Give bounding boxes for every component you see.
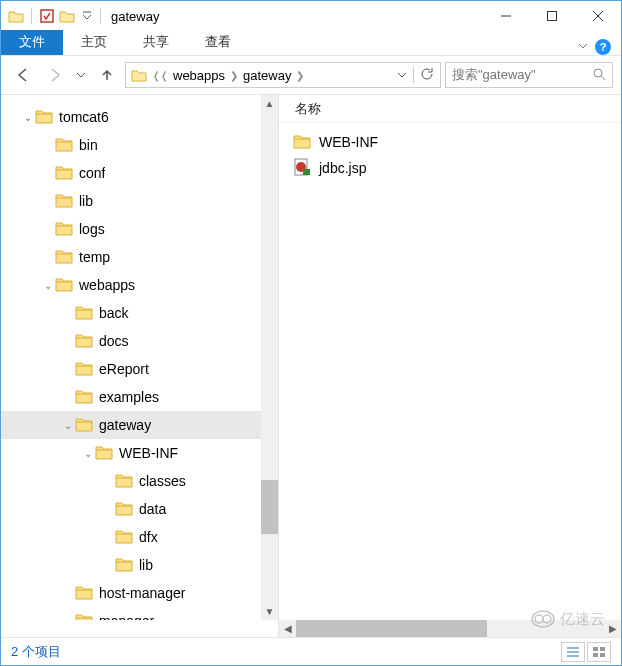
tree-node[interactable]: temp [1, 243, 278, 271]
tree-node-label: gateway [99, 417, 151, 433]
scroll-left-icon[interactable]: ◀ [279, 620, 296, 637]
twisty-icon[interactable]: ⌄ [61, 420, 75, 431]
ribbon-expand-icon[interactable] [577, 40, 589, 55]
breadcrumb[interactable]: webapps [170, 68, 228, 83]
separator [413, 67, 414, 83]
chevron-right-icon[interactable]: ❯ [294, 70, 306, 81]
breadcrumb[interactable]: gateway [240, 68, 294, 83]
new-folder-icon[interactable] [58, 5, 76, 27]
window-controls [483, 1, 621, 31]
close-button[interactable] [575, 1, 621, 31]
tree-node[interactable]: logs [1, 215, 278, 243]
tree-node-label: docs [99, 333, 129, 349]
tree-node[interactable]: conf [1, 159, 278, 187]
back-button[interactable] [9, 62, 37, 88]
folder-icon [7, 5, 25, 27]
up-button[interactable] [93, 62, 121, 88]
column-header-name[interactable]: 名称 [279, 95, 621, 123]
properties-icon[interactable] [38, 5, 56, 27]
quick-access-toolbar [7, 5, 96, 27]
tree-node-label: eReport [99, 361, 149, 377]
twisty-icon[interactable]: ⌄ [21, 112, 35, 123]
refresh-icon[interactable] [420, 67, 434, 84]
tree-node-label: dfx [139, 529, 158, 545]
scroll-up-icon[interactable]: ▲ [261, 95, 278, 112]
help-icon[interactable]: ? [595, 39, 611, 55]
tree-node[interactable]: manager [1, 607, 278, 620]
folder-icon [128, 64, 150, 86]
folder-icon [75, 360, 93, 378]
tree-node[interactable]: ⌄WEB-INF [1, 439, 278, 467]
tree-node[interactable]: docs [1, 327, 278, 355]
separator [100, 8, 101, 24]
tree-node[interactable]: bin [1, 131, 278, 159]
ribbon-tabs: 文件 主页 共享 查看 ? [1, 31, 621, 56]
tree-node-label: host-manager [99, 585, 185, 601]
scroll-thumb[interactable] [261, 480, 278, 534]
tree-scrollbar[interactable]: ▲ ▼ [261, 95, 278, 620]
folder-icon [75, 416, 93, 434]
twisty-icon[interactable]: ⌄ [41, 280, 55, 291]
tab-file[interactable]: 文件 [1, 30, 63, 55]
recent-locations-button[interactable] [73, 62, 89, 88]
tree-node-label: WEB-INF [119, 445, 178, 461]
tree-node[interactable]: eReport [1, 355, 278, 383]
file-list: WEB-INFjdbc.jsp [279, 123, 621, 620]
icons-view-button[interactable] [587, 642, 611, 662]
tree-node[interactable]: ⌄webapps [1, 271, 278, 299]
tree-node-label: classes [139, 473, 186, 489]
navigation-bar: ❬❬ webapps ❯ gateway ❯ 搜索"gateway" [1, 56, 621, 94]
tree-node[interactable]: back [1, 299, 278, 327]
folder-icon [293, 133, 311, 152]
window-title: gateway [111, 9, 159, 24]
scroll-thumb[interactable] [296, 620, 487, 637]
svg-rect-5 [303, 169, 310, 175]
tab-view[interactable]: 查看 [187, 30, 249, 55]
search-input[interactable]: 搜索"gateway" [445, 62, 613, 88]
tree-node[interactable]: lib [1, 187, 278, 215]
svg-rect-7 [600, 647, 605, 651]
tree-node-label: data [139, 501, 166, 517]
file-row[interactable]: WEB-INF [293, 129, 621, 155]
tree-node[interactable]: data [1, 495, 278, 523]
folder-icon [95, 444, 113, 462]
svg-rect-1 [548, 12, 557, 21]
forward-button[interactable] [41, 62, 69, 88]
details-view-button[interactable] [561, 642, 585, 662]
tree-node[interactable]: lib [1, 551, 278, 579]
tab-share[interactable]: 共享 [125, 30, 187, 55]
tree-node[interactable]: host-manager [1, 579, 278, 607]
svg-rect-8 [593, 653, 598, 657]
body: ⌄tomcat6binconfliblogstemp⌄webappsbackdo… [1, 94, 621, 620]
folder-icon [55, 220, 73, 238]
file-name: WEB-INF [319, 134, 378, 150]
tree-node[interactable]: dfx [1, 523, 278, 551]
crumb-separator-icon[interactable]: ❬❬ [150, 70, 170, 81]
file-row[interactable]: jdbc.jsp [293, 155, 621, 181]
folder-icon [75, 584, 93, 602]
tree-node[interactable]: ⌄tomcat6 [1, 103, 278, 131]
folder-icon [75, 612, 93, 620]
folder-icon [115, 472, 133, 490]
scroll-right-icon[interactable]: ▶ [604, 620, 621, 637]
folder-icon [55, 248, 73, 266]
tree-node[interactable]: ⌄gateway [1, 411, 278, 439]
address-dropdown-icon[interactable] [397, 68, 407, 83]
folder-icon [75, 388, 93, 406]
tree-node[interactable]: classes [1, 467, 278, 495]
explorer-window: gateway 文件 主页 共享 查看 ? ❬❬ webapps ❯ gatew… [0, 0, 622, 666]
status-item-count: 2 个项目 [11, 643, 61, 661]
scroll-down-icon[interactable]: ▼ [261, 603, 278, 620]
jsp-file-icon [293, 158, 311, 179]
tab-home[interactable]: 主页 [63, 30, 125, 55]
maximize-button[interactable] [529, 1, 575, 31]
svg-rect-0 [41, 10, 53, 22]
chevron-right-icon[interactable]: ❯ [228, 70, 240, 81]
minimize-button[interactable] [483, 1, 529, 31]
twisty-icon[interactable]: ⌄ [81, 448, 95, 459]
content-hscrollbar[interactable]: ◀ ▶ [279, 620, 621, 637]
folder-icon [55, 164, 73, 182]
address-bar[interactable]: ❬❬ webapps ❯ gateway ❯ [125, 62, 441, 88]
tree-node[interactable]: examples [1, 383, 278, 411]
qat-customize-icon[interactable] [78, 5, 96, 27]
